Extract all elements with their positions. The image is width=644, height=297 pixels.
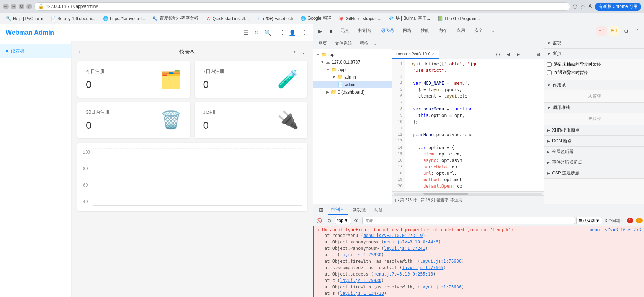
home-button[interactable]: ⌂ <box>26 4 32 9</box>
stack-link-1[interactable]: menu.js?v=3.10.0:273:19 <box>363 233 423 238</box>
checkbox-uncaught[interactable] <box>547 62 552 67</box>
expand-arrow-app: ▼ <box>326 68 330 71</box>
devtools-inspect-icon[interactable]: ▶ <box>315 26 325 36</box>
bookmark-bulma[interactable]: 💎 块 | Bulma: 基于... <box>386 15 433 22</box>
stack-link-3[interactable]: layui.js:1:77241 <box>384 246 425 251</box>
stack-link-4[interactable]: layui.js:1:75930 <box>340 252 381 257</box>
console-eye-icon[interactable]: 👁 <box>352 216 361 225</box>
code-arrow-left[interactable]: ◀ <box>504 50 512 59</box>
settings-icon[interactable]: ⚙ <box>621 26 631 36</box>
bookmark-google-translate[interactable]: 🌐 Google 翻译 <box>298 15 334 22</box>
section-global-header[interactable]: ▶ 全局监听器 <box>544 147 644 157</box>
code-format-icon[interactable]: { } <box>494 50 502 59</box>
file-tree-top[interactable]: ▼ 📁 top <box>313 51 392 58</box>
stack-link-9[interactable]: layui.js:1:76686 <box>420 284 462 289</box>
bookmark-pycharm[interactable]: 🔧 Help | PyCharm <box>3 15 46 22</box>
bookmark-scrapy[interactable]: 📄 Scrapy 1.6 docum... <box>47 15 98 22</box>
file-tree-app[interactable]: ▼ 📁 app <box>313 66 392 73</box>
secondary-tab-more[interactable]: » <box>374 41 377 46</box>
file-tree-dashboard[interactable]: ▶ 📁 0 (dashboard) <box>313 88 392 96</box>
console-tab-console[interactable]: 控制台 <box>328 205 348 215</box>
console-clear-icon[interactable]: 🚫 <box>315 216 323 225</box>
profile-icon[interactable]: A <box>588 3 592 10</box>
extension-icon[interactable]: ⬡ <box>572 3 577 10</box>
bookmark-go[interactable]: 📗 The Go Program... <box>434 15 483 22</box>
devtools-tab-performance[interactable]: 性能 <box>416 25 434 36</box>
code-text[interactable]: layui.define(['table', 'jqu "use strict"… <box>405 59 544 191</box>
url-bar[interactable]: 🔒 127.0.0.1:8787/app/admin# <box>34 2 570 11</box>
nav-prev-icon[interactable]: ‹ <box>77 48 82 57</box>
warning-badge[interactable]: ⚑ 1 <box>609 26 620 36</box>
checkbox-caught[interactable] <box>547 70 552 75</box>
user-icon[interactable]: 👤 <box>289 29 296 36</box>
stack-link-7[interactable]: menu.js?v=3.10.0:255:10 <box>374 272 433 277</box>
console-tab-issues[interactable]: 问题 <box>371 206 386 214</box>
console-block-icon[interactable]: ⊘ <box>325 216 333 225</box>
star-icon[interactable]: ☆ <box>580 3 585 10</box>
section-breakpoints-header[interactable]: ▼ 断点 <box>544 49 644 59</box>
file-tree-admin-folder[interactable]: ▼ 📁 admin <box>313 73 392 81</box>
section-scope-header[interactable]: ▼ 作用域 <box>544 80 644 90</box>
devtools-more-icon[interactable]: ⋮ <box>633 26 643 36</box>
code-arrow-right[interactable]: ▶ <box>514 50 522 59</box>
code-tab-menu[interactable]: menu.js?v=3.10.0 ✕ <box>392 50 439 59</box>
forward-button[interactable]: → <box>11 4 16 9</box>
stack-link-5[interactable]: layui.js:1:76686 <box>420 259 462 264</box>
chrome-update-button[interactable]: 有新版 Chrome 可用 <box>595 3 641 11</box>
section-xhr-header[interactable]: ▶ XHR/提取断点 <box>544 125 644 135</box>
section-watch-header[interactable]: ▼ 监视 <box>544 38 644 48</box>
section-callstack-header[interactable]: ▼ 调用堆栈 <box>544 103 644 113</box>
devtools-tab-network[interactable]: 网络 <box>399 25 416 36</box>
error-count-badge: 1 <box>627 218 633 223</box>
devtools-tab-elements[interactable]: 元素 <box>336 25 353 36</box>
menu-toggle-icon[interactable]: ☰ <box>243 29 248 36</box>
devtools-tab-sources[interactable]: 源代码 <box>376 25 398 36</box>
devtools-tab-memory[interactable]: 内存 <box>434 25 452 36</box>
file-tree-admin-file[interactable]: 📄 admin <box>313 81 392 88</box>
code-tab-close[interactable]: ✕ <box>432 52 435 56</box>
refresh-icon[interactable]: ↻ <box>254 29 259 36</box>
fullscreen-icon[interactable]: ⛶ <box>277 30 283 36</box>
stack-link-10[interactable]: layui.js:1:134710 <box>340 291 384 296</box>
section-event-header[interactable]: ▶ 事件监听器断点 <box>544 157 644 168</box>
secondary-more-menu[interactable]: ⋮ <box>379 41 383 46</box>
devtools-tab-application[interactable]: 应用 <box>452 25 469 36</box>
bookmark-baidu[interactable]: 🐾 百度智能小程序文档 <box>150 15 201 22</box>
reload-button[interactable]: ↻ <box>19 4 24 9</box>
stack-link-6[interactable]: layui.js:1:77665 <box>402 265 444 270</box>
devtools-tab-console[interactable]: 控制台 <box>354 25 376 36</box>
code-more[interactable]: ⋮ <box>524 50 532 59</box>
error-badge[interactable]: ⚠ 1 <box>596 26 607 36</box>
devtools-tab-more[interactable]: » <box>488 26 499 36</box>
stack-link-8[interactable]: layui.js:1:75930 <box>340 278 381 283</box>
console-filter-input[interactable] <box>362 217 575 224</box>
console-tab-new-features[interactable]: 新功能 <box>349 206 369 214</box>
file-tree-host[interactable]: ▼ ☁ 127.0.0.1:8787 <box>313 58 392 66</box>
stack-link-2[interactable]: menu.js?v=3.10.0:44:6 <box>384 239 438 244</box>
secondary-tab-webpage[interactable]: 网页 <box>315 39 331 48</box>
bookmark-facebook[interactable]: f (20+) Facebook <box>253 15 296 22</box>
secondary-tab-filesystem[interactable]: 文件系统 <box>331 39 356 48</box>
search-icon[interactable]: 🔍 <box>264 29 272 36</box>
error-source-link[interactable]: menu.js?v=3.10.0:273 <box>590 227 641 232</box>
code-panel-layout[interactable]: ⊞ <box>534 50 542 59</box>
bookmark-github[interactable]: 🐙 GitHub - strapi/st... <box>336 15 384 22</box>
chart-area: 100 80 60 40 <box>77 143 307 211</box>
more-icon[interactable]: ⋮ <box>302 29 307 36</box>
sidebar-item-dashboard[interactable]: 仪表盘 <box>0 44 71 58</box>
nav-next-icon[interactable]: › <box>292 47 297 57</box>
section-csp-header[interactable]: ▶ CSP 违规断点 <box>544 168 644 178</box>
back-button[interactable]: ← <box>3 4 9 9</box>
console-menu-icon[interactable]: ⊞ <box>316 205 326 215</box>
level-dropdown[interactable]: 默认级别 ▼ <box>576 217 602 224</box>
app-container: Webman Admin ☰ ↻ 🔍 ⛶ 👤 ⋮ 仪表 <box>0 24 313 297</box>
code-hscroll[interactable] <box>392 191 544 195</box>
section-dom-header[interactable]: ▶ DOM 断点 <box>544 136 644 146</box>
devtools-tab-security[interactable]: 安全 <box>470 25 487 36</box>
devtools-device-icon[interactable]: ◾ <box>326 26 336 36</box>
top-context-selector[interactable]: top ▼ <box>335 217 351 224</box>
nav-chevron-down-icon[interactable]: ⌄ <box>300 47 307 57</box>
secondary-tab-overrides[interactable]: 替换 <box>356 39 372 48</box>
bookmark-laravel[interactable]: 🌐 https://laravel-ad... <box>100 15 148 22</box>
bookmark-quick-start[interactable]: A Quick start install... <box>203 15 252 22</box>
